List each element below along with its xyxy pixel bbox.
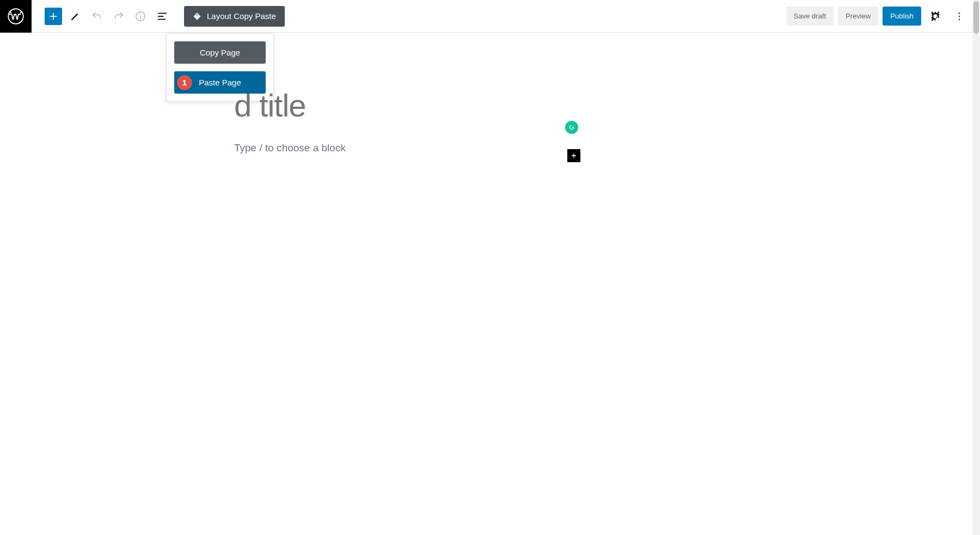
block-prompt[interactable]: Type / to choose a block <box>234 142 980 154</box>
tag-icon <box>193 12 201 21</box>
editor-content: d title Type / to choose a block <box>0 33 980 154</box>
publish-button[interactable]: Publish <box>883 7 921 26</box>
more-vertical-icon <box>954 11 965 22</box>
add-block-inline-button[interactable] <box>567 149 580 162</box>
post-title-input[interactable]: d title <box>234 87 980 124</box>
plus-icon <box>569 151 578 160</box>
info-button[interactable] <box>132 8 149 25</box>
edit-tool[interactable] <box>66 8 84 25</box>
undo-icon <box>91 10 103 22</box>
save-draft-button[interactable]: Save draft <box>786 7 834 26</box>
toolbar-right: Save draft Preview Publish <box>786 7 969 26</box>
pencil-icon <box>69 10 81 22</box>
layout-copy-paste-label: Layout Copy Paste <box>207 11 276 21</box>
grammarly-badge[interactable] <box>565 121 578 134</box>
info-icon <box>134 10 146 22</box>
outline-button[interactable] <box>154 8 171 25</box>
svg-point-4 <box>959 15 960 17</box>
settings-button[interactable] <box>926 7 945 26</box>
svg-point-2 <box>197 14 198 15</box>
wordpress-logo[interactable] <box>0 0 32 33</box>
layout-copy-paste-button[interactable]: Layout Copy Paste <box>184 6 285 27</box>
gear-icon <box>929 10 941 22</box>
editor-toolbar: Layout Copy Paste Save draft Preview Pub… <box>0 0 980 33</box>
list-icon <box>156 10 168 22</box>
redo-button <box>110 8 127 25</box>
grammarly-icon <box>568 124 575 131</box>
wordpress-icon <box>8 8 24 24</box>
undo-button <box>88 8 106 25</box>
redo-icon <box>113 10 125 22</box>
vertical-scrollbar[interactable] <box>972 0 980 535</box>
svg-point-3 <box>959 12 960 14</box>
svg-point-5 <box>959 19 960 20</box>
plus-icon <box>48 11 59 22</box>
preview-button[interactable]: Preview <box>838 7 878 26</box>
add-block-button[interactable] <box>45 8 62 25</box>
more-options-button[interactable] <box>950 7 969 26</box>
toolbar-left: Layout Copy Paste <box>45 6 285 27</box>
